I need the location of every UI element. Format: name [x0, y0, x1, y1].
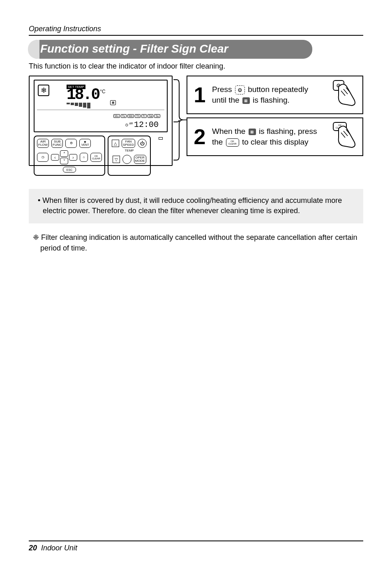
day-su: Su: [154, 114, 160, 118]
fan-bars-icon: [67, 103, 106, 108]
button-area: AIR FLOW SUB FUNC ⚙ ✺VENT ◷ ‹ ˄ ˅ ›: [34, 136, 168, 176]
left-button-cluster: AIR FLOW SUB FUNC ⚙ ✺VENT ◷ ‹ ˄ ˅ ›: [34, 136, 105, 176]
temp-label: TEMP: [125, 149, 134, 152]
left-cluster-bottom-row: ◷ ‹ ˄ ˅ › ⌂ OK CLEAR: [37, 150, 102, 164]
nav-down-button[interactable]: ˅: [60, 158, 68, 164]
step-1-number: 1: [191, 83, 208, 107]
header-operating-instructions: Operating Instructions: [29, 25, 363, 33]
step-1-post: is flashing.: [253, 96, 290, 104]
filter-sign-icon: ▦: [249, 129, 256, 135]
step-1-text: Press ⚙ button repeatedly until the ▦ is…: [212, 84, 325, 105]
page-number: 20: [29, 544, 37, 552]
step-2-pre: When the: [212, 127, 248, 136]
press-gear-illustration: ⚙: [329, 79, 357, 110]
clock-time: 12:00: [134, 120, 159, 129]
remote-lcd: ❄ SET TEMP 18.0 °C ▦ Mo Tu We: [34, 80, 168, 132]
page-footer: 20 Indoor Unit: [29, 540, 363, 552]
clock-icon: ◷: [125, 122, 128, 127]
note-box: • When filter is covered by dust, it wil…: [29, 189, 363, 223]
temp-value: 18.0: [67, 89, 99, 101]
press-okclear-illustration: OK CLEAR: [329, 121, 357, 152]
main-row: ❄ SET TEMP 18.0 °C ▦ Mo Tu We: [29, 76, 363, 166]
timer-button[interactable]: ◷: [37, 153, 48, 162]
step-2-post: to clear this display: [242, 138, 309, 146]
footer-rule: [29, 540, 363, 541]
right-cluster-top-row: △ FAN SPEED ⏻: [112, 139, 147, 148]
lcd-divider: [37, 110, 164, 110]
clock-am: AM: [129, 122, 133, 125]
power-button[interactable]: ⏻: [138, 139, 147, 148]
note-bullet-text: • When filter is covered by dust, it wil…: [38, 196, 356, 216]
day-mo: Mo: [113, 114, 120, 118]
nav-right-button[interactable]: ›: [69, 154, 77, 161]
remote-illustration: ❄ SET TEMP 18.0 °C ▦ Mo Tu We: [29, 76, 173, 166]
intro-text: This function is to clear the indicator …: [29, 62, 363, 71]
settings-gear-button[interactable]: ⚙: [65, 139, 77, 148]
section-banner: Function setting - Filter Sign Clear: [29, 40, 312, 59]
lcd-inner: ❄ SET TEMP 18.0 °C ▦ Mo Tu We: [37, 82, 164, 130]
filter-sign-icon: ▦: [242, 97, 250, 104]
step-2-text: When the ▦ is flashing, press the OK CLE…: [212, 126, 325, 147]
cool-mode-icon: ❄: [38, 85, 49, 96]
step-1-pre: Press: [212, 85, 234, 94]
day-tu: Tu: [121, 114, 127, 118]
nav-left-button[interactable]: ‹: [51, 154, 59, 161]
clear-label: CLEAR: [92, 157, 100, 160]
oper-mode-button[interactable]: OPER MODE: [134, 155, 146, 164]
step-2-number: 2: [191, 124, 208, 149]
steps-column: 1 Press ⚙ button repeatedly until the ▦ …: [187, 76, 363, 156]
day-th: Th: [135, 114, 141, 118]
banner-title: Function setting - Filter Sign Clear: [40, 42, 228, 55]
step-1-panel: 1 Press ⚙ button repeatedly until the ▦ …: [187, 76, 363, 114]
mode-circle-button[interactable]: [122, 155, 131, 164]
home-button[interactable]: ⌂: [80, 153, 88, 162]
header-rule: [29, 35, 363, 36]
fan-speed-button[interactable]: FAN SPEED: [122, 139, 135, 148]
nav-cluster: ‹ ˄ ˅ ›: [51, 150, 77, 164]
ok-clear-icon: OK CLEAR: [226, 138, 239, 147]
connector-bracket-icon: [173, 76, 187, 163]
temp-unit: °C: [100, 89, 105, 94]
day-fr: Fr: [141, 114, 147, 118]
footer-label: Indoor Unit: [41, 544, 77, 552]
footer-text: 20 Indoor Unit: [29, 544, 363, 552]
vent-label: VENT: [81, 143, 89, 146]
extra-note-text: ❈ Filter cleaning indication is automati…: [29, 232, 363, 253]
nav-up-button[interactable]: ˄: [60, 150, 68, 157]
sub-func-button[interactable]: SUB FUNC: [51, 139, 63, 148]
ok-clear-button[interactable]: OK CLEAR: [90, 153, 102, 162]
filter-indicator-icon: ▦: [110, 100, 116, 105]
temp-down-button[interactable]: ▽: [113, 156, 120, 163]
bracket-svg: [173, 77, 187, 163]
temp-block: SET TEMP 18.0 °C: [67, 84, 106, 108]
esc-button[interactable]: ESC: [63, 167, 76, 172]
right-cluster-bottom-row: ▽ OPER MODE: [113, 155, 146, 164]
vent-button[interactable]: ✺VENT: [79, 139, 91, 148]
day-sa: Sa: [148, 114, 154, 118]
air-flow-button[interactable]: AIR FLOW: [37, 139, 49, 148]
ok-clear-bottom: CLEAR: [228, 143, 237, 145]
gear-icon: ⚙: [235, 85, 245, 94]
step-2-panel: 2 When the ▦ is flashing, press the OK C…: [187, 117, 363, 156]
day-we: We: [127, 114, 134, 118]
clock-display: ◷ AM 12:00: [125, 120, 159, 129]
left-cluster-top-row: AIR FLOW SUB FUNC ⚙ ✺VENT: [37, 139, 102, 148]
right-button-cluster: △ FAN SPEED ⏻ TEMP ▽ OPER MODE: [108, 136, 151, 176]
temp-up-button[interactable]: △: [112, 140, 119, 147]
days-row: Mo Tu We Th Fr Sa Su: [113, 114, 160, 118]
